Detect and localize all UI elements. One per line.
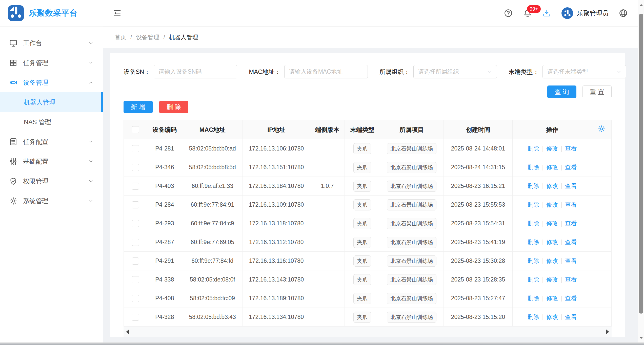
row-checkbox[interactable]: [132, 183, 139, 190]
sidebar-item-label: 任务配置: [23, 138, 48, 146]
view-link[interactable]: 查看: [565, 145, 577, 152]
edit-link[interactable]: 修改: [546, 295, 558, 301]
edit-link[interactable]: 修改: [546, 145, 558, 152]
breadcrumb-home[interactable]: 首页: [115, 33, 126, 41]
sidebar-item-device-management[interactable]: 设备管理: [0, 73, 103, 92]
delete-link[interactable]: 删除: [528, 295, 539, 301]
select-all-checkbox[interactable]: [132, 126, 139, 133]
view-link[interactable]: 查看: [565, 257, 577, 264]
table-row: P4-40858:02:05:bd:fc:09172.16.13.189:107…: [124, 289, 612, 308]
scrollbar-thumb[interactable]: [639, 14, 643, 314]
language-globe-icon[interactable]: [619, 9, 628, 18]
reset-button[interactable]: 重 置: [582, 85, 612, 98]
delete-link[interactable]: 删除: [528, 239, 539, 245]
row-actions: 删除|修改|查看: [512, 233, 592, 252]
terminal-type-cell: 夹爪: [345, 177, 380, 196]
delete-link[interactable]: 删除: [528, 183, 539, 189]
row-checkbox[interactable]: [132, 145, 139, 152]
menu-fold-icon[interactable]: [113, 9, 122, 18]
delete-link[interactable]: 删除: [528, 145, 539, 152]
edit-link[interactable]: 修改: [546, 164, 558, 170]
sidebar-item-task-management[interactable]: 任务管理: [0, 53, 103, 73]
terminal-type-select[interactable]: 请选择末端类型: [542, 65, 626, 78]
sidebar-item-label: 基础配置: [23, 157, 48, 166]
view-link[interactable]: 查看: [565, 239, 577, 245]
shield-check-icon: [9, 177, 17, 185]
search-button[interactable]: 查 询: [547, 85, 576, 98]
row-checkbox[interactable]: [132, 276, 139, 283]
device-code: P4-403: [147, 177, 182, 196]
logo-robot-icon: [8, 5, 24, 21]
sidebar-item-robot-management[interactable]: 机器人管理: [0, 92, 103, 112]
delete-link[interactable]: 删除: [528, 257, 539, 264]
sidebar-item-label: 权限管理: [23, 177, 48, 185]
help-icon[interactable]: [504, 9, 513, 18]
view-link[interactable]: 查看: [565, 164, 577, 170]
terminal-type-tag: 夹爪: [353, 199, 371, 210]
row-checkbox[interactable]: [132, 314, 139, 321]
view-link[interactable]: 查看: [565, 201, 577, 208]
row-checkbox-cell: [124, 252, 147, 270]
project-tag: 北京石景山训练场: [387, 312, 436, 323]
view-link[interactable]: 查看: [565, 276, 577, 283]
terminal-type-tag: 夹爪: [353, 255, 371, 267]
delete-link[interactable]: 删除: [528, 220, 539, 227]
breadcrumb-device-management[interactable]: 设备管理: [136, 33, 159, 41]
chevron-down-icon: [88, 60, 94, 66]
user-menu[interactable]: 乐聚管理员: [561, 7, 609, 19]
delete-link[interactable]: 删除: [528, 201, 539, 208]
sidebar-item-nas-management[interactable]: NAS 管理: [0, 112, 103, 132]
sidebar-item-system-management[interactable]: 系统管理: [0, 191, 103, 211]
row-checkbox[interactable]: [132, 164, 139, 171]
app-logo[interactable]: 乐聚数采平台: [0, 0, 103, 27]
scroll-up-icon[interactable]: [639, 4, 643, 6]
row-checkbox[interactable]: [132, 201, 139, 208]
col-created-time: 创建时间: [444, 120, 513, 139]
sidebar-item-basic-config[interactable]: 基础配置: [0, 152, 103, 171]
mac-address-input[interactable]: [284, 65, 368, 78]
edit-link[interactable]: 修改: [546, 183, 558, 189]
edit-link[interactable]: 修改: [546, 276, 558, 283]
delete-button[interactable]: 删 除: [159, 101, 188, 113]
vertical-scrollbar[interactable]: [638, 0, 644, 342]
delete-link[interactable]: 删除: [528, 314, 539, 320]
row-checkbox[interactable]: [132, 239, 139, 246]
sidebar-item-task-config[interactable]: 任务配置: [0, 132, 103, 152]
row-checkbox[interactable]: [132, 295, 139, 302]
terminal-type-cell: 夹爪: [345, 233, 380, 252]
delete-link[interactable]: 删除: [528, 276, 539, 283]
organization-select[interactable]: 请选择所属组织: [413, 65, 497, 78]
edit-link[interactable]: 修改: [546, 201, 558, 208]
view-link[interactable]: 查看: [565, 220, 577, 227]
table-row: P4-32858:02:05:bd:b3:43172.16.13.134:107…: [124, 308, 612, 327]
sidebar-item-workbench[interactable]: 工作台: [0, 33, 103, 53]
edge-version: [310, 252, 345, 270]
delete-link[interactable]: 删除: [528, 164, 539, 170]
table-row: P4-33858:02:05:de:08:0f172.16.13.143:107…: [124, 270, 612, 289]
download-icon[interactable]: [542, 9, 551, 18]
scroll-down-icon[interactable]: [639, 337, 643, 339]
device-sn-input[interactable]: [154, 65, 237, 78]
view-link[interactable]: 查看: [565, 183, 577, 189]
action-separator: |: [542, 257, 544, 264]
project-tag: 北京石景山训练场: [387, 218, 436, 229]
breadcrumb-separator: /: [163, 34, 165, 41]
view-link[interactable]: 查看: [565, 314, 577, 320]
edit-link[interactable]: 修改: [546, 220, 558, 227]
edit-link[interactable]: 修改: [546, 314, 558, 320]
project-tag: 北京石景山训练场: [387, 255, 436, 267]
horizontal-scrollbar[interactable]: [124, 327, 612, 337]
scroll-left-icon[interactable]: [126, 329, 129, 335]
scroll-right-icon[interactable]: [606, 329, 609, 335]
table-settings-icon[interactable]: [598, 125, 606, 133]
edit-link[interactable]: 修改: [546, 257, 558, 264]
edit-link[interactable]: 修改: [546, 239, 558, 245]
terminal-type-tag: 夹爪: [353, 237, 371, 248]
col-project: 所属项目: [380, 120, 444, 139]
add-button[interactable]: 新 增: [124, 101, 153, 113]
notification-bell-icon[interactable]: 99+: [523, 9, 532, 18]
row-checkbox[interactable]: [132, 257, 139, 265]
row-checkbox[interactable]: [132, 220, 139, 227]
view-link[interactable]: 查看: [565, 295, 577, 301]
sidebar-item-permission-management[interactable]: 权限管理: [0, 171, 103, 191]
